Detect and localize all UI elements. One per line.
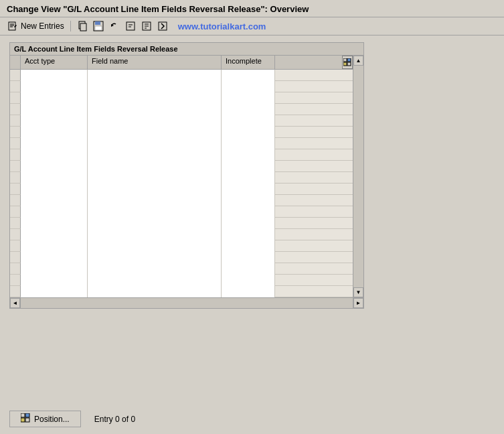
row-selector[interactable] (10, 172, 21, 184)
table-row[interactable] (10, 263, 353, 275)
toolbar-btn-1[interactable] (124, 20, 137, 32)
table-header: Acct type Field name Incomplete (10, 56, 353, 70)
table-row[interactable] (10, 252, 353, 263)
svg-rect-21 (347, 62, 351, 66)
cell-acct-type (21, 218, 88, 229)
toolbar-btn-3[interactable] (157, 20, 169, 32)
main-container: Change View "G/L Account Line Item Field… (0, 0, 504, 434)
cell-field-name (88, 286, 222, 297)
new-entries-label: New Entries (21, 21, 64, 31)
cell-field-name (88, 161, 222, 172)
cell-acct-type (21, 70, 88, 81)
copy-button[interactable] (76, 20, 88, 32)
cell-incomplete (222, 275, 275, 286)
table-outer: G/L Account Line Item Fields Reversal Re… (9, 42, 364, 309)
row-selector[interactable] (10, 286, 21, 297)
table-row[interactable] (10, 70, 353, 81)
new-entries-button[interactable]: New Entries (7, 20, 65, 32)
position-label: Position... (34, 415, 70, 424)
row-selector[interactable] (10, 92, 21, 104)
save-button[interactable] (92, 20, 104, 32)
table-row[interactable] (10, 229, 353, 240)
table-row[interactable] (10, 127, 353, 138)
table-row[interactable] (10, 138, 353, 149)
row-selector[interactable] (10, 206, 21, 218)
cell-acct-type (21, 206, 88, 218)
row-selector[interactable] (10, 161, 21, 172)
row-selector[interactable] (10, 115, 21, 127)
undo-button[interactable] (108, 20, 120, 32)
row-selector[interactable] (10, 184, 21, 195)
table-row[interactable] (10, 172, 353, 184)
svg-rect-23 (25, 413, 29, 417)
table-row[interactable] (10, 161, 353, 172)
cell-acct-type (21, 127, 88, 138)
row-selector[interactable] (10, 127, 21, 138)
table-row[interactable] (10, 184, 353, 195)
row-selector[interactable] (10, 195, 21, 206)
toolbar-icon-2 (141, 21, 152, 31)
scroll-left-button[interactable]: ◄ (10, 298, 20, 308)
table-row[interactable] (10, 275, 353, 286)
table-row[interactable] (10, 92, 353, 104)
horizontal-scrollbar[interactable]: ◄ ► (10, 297, 363, 308)
table-row[interactable] (10, 286, 353, 297)
table-row[interactable] (10, 206, 353, 218)
layout-button[interactable] (342, 56, 353, 69)
cell-field-name (88, 138, 222, 149)
scroll-right-button[interactable]: ► (353, 298, 363, 308)
table-main: Acct type Field name Incomplete (10, 56, 353, 297)
content-area: G/L Account Line Item Fields Reversal Re… (0, 35, 504, 404)
cell-acct-type (21, 81, 88, 92)
table-section-title: G/L Account Line Item Fields Reversal Re… (10, 43, 363, 56)
cell-field-name (88, 104, 222, 115)
table-row[interactable] (10, 115, 353, 127)
row-selector[interactable] (10, 138, 21, 149)
table-row[interactable] (10, 218, 353, 229)
cell-incomplete (222, 149, 275, 161)
toolbar-btn-2[interactable] (141, 20, 153, 32)
title-bar: Change View "G/L Account Line Item Field… (0, 0, 504, 17)
cell-acct-type (21, 149, 88, 161)
cell-acct-type (21, 263, 88, 275)
table-body: Acct type Field name Incomplete (10, 56, 363, 297)
entry-info: Entry 0 of 0 (94, 415, 135, 424)
row-selector[interactable] (10, 275, 21, 286)
bottom-bar: Position... Entry 0 of 0 (0, 404, 504, 434)
svg-rect-10 (127, 22, 135, 30)
cell-field-name (88, 195, 222, 206)
cell-field-name (88, 92, 222, 104)
table-row[interactable] (10, 240, 353, 252)
copy-icon (77, 21, 88, 31)
cell-acct-type (21, 172, 88, 184)
row-selector[interactable] (10, 263, 21, 275)
cell-field-name (88, 149, 222, 161)
row-selector[interactable] (10, 240, 21, 252)
toolbar-separator-1 (70, 21, 71, 31)
row-selector[interactable] (10, 149, 21, 161)
row-selector[interactable] (10, 218, 21, 229)
scroll-up-button[interactable]: ▲ (353, 56, 363, 66)
table-container: G/L Account Line Item Fields Reversal Re… (9, 42, 364, 309)
scroll-down-button[interactable]: ▼ (353, 287, 363, 297)
row-selector[interactable] (10, 252, 21, 263)
cell-acct-type (21, 184, 88, 195)
table-row[interactable] (10, 149, 353, 161)
table-row[interactable] (10, 195, 353, 206)
cell-incomplete (222, 195, 275, 206)
cell-acct-type (21, 115, 88, 127)
cell-incomplete (222, 92, 275, 104)
table-row[interactable] (10, 104, 353, 115)
cell-field-name (88, 115, 222, 127)
cell-field-name (88, 275, 222, 286)
cell-incomplete (222, 252, 275, 263)
row-selector[interactable] (10, 104, 21, 115)
table-row[interactable] (10, 81, 353, 92)
row-selector[interactable] (10, 229, 21, 240)
row-selector[interactable] (10, 81, 21, 92)
svg-rect-5 (80, 23, 86, 31)
cell-incomplete (222, 263, 275, 275)
position-button[interactable]: Position... (9, 411, 81, 427)
row-selector[interactable] (10, 70, 21, 81)
vertical-scrollbar[interactable]: ▲ ▼ (353, 56, 363, 297)
